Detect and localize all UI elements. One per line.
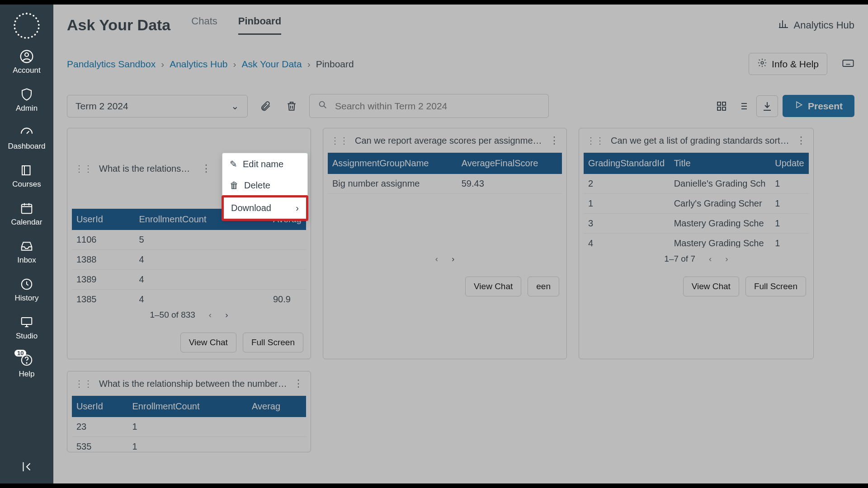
svg-point-1 (25, 53, 28, 56)
view-chat-button[interactable]: View Chat (180, 333, 236, 352)
pager-prev[interactable]: ‹ (209, 310, 212, 320)
full-screen-button[interactable]: Full Screen (745, 277, 806, 296)
tab-chats[interactable]: Chats (191, 15, 217, 35)
ctx-delete[interactable]: 🗑 Delete (222, 175, 307, 196)
keyboard-icon[interactable] (842, 57, 854, 71)
search-input[interactable] (334, 100, 540, 112)
table-row: 1Carly's Grading Scher1 (584, 194, 809, 214)
nav-label: Inbox (17, 256, 36, 265)
nav-courses[interactable]: Courses (12, 163, 41, 189)
svg-rect-10 (717, 102, 721, 105)
download-all-button[interactable] (756, 95, 778, 117)
breadcrumb: Pandalytics Sandbox› Analytics Hub› Ask … (67, 59, 354, 70)
svg-point-7 (761, 61, 764, 64)
drag-handle-icon[interactable]: ⋮⋮ (75, 163, 93, 174)
header: Ask Your Data Chats Pinboard Analytics H… (53, 5, 868, 35)
info-help-button[interactable]: Info & Help (749, 53, 827, 75)
view-chat-button[interactable]: View Chat (683, 277, 739, 296)
table-row: 5351 (72, 437, 306, 453)
table-row: 231 (72, 417, 306, 437)
crumb-sandbox[interactable]: Pandalytics Sandbox (67, 59, 156, 70)
nav-label: History (15, 294, 39, 303)
card-menu-button[interactable]: ⋮ (201, 163, 211, 174)
ctx-download[interactable]: Download › (222, 195, 308, 221)
shield-icon (19, 87, 34, 102)
pager-next[interactable]: › (725, 254, 728, 264)
delete-button[interactable] (283, 98, 300, 115)
pin-card: ⋮⋮ Can we get a list of grading standard… (579, 128, 814, 359)
gear-icon (757, 58, 767, 70)
pager-next[interactable]: › (225, 310, 228, 320)
card-table: GradingStandardId Title Update 2Danielle… (584, 153, 809, 248)
card-table: UserId EnrollmentCount Averag 231 5351 (72, 396, 306, 452)
nav-dashboard[interactable]: Dashboard (8, 125, 45, 151)
user-icon (19, 49, 34, 64)
full-screen-button[interactable]: Full Screen (243, 333, 303, 352)
drag-handle-icon[interactable]: ⋮⋮ (330, 135, 349, 146)
card-context-menu: ✎ Edit name 🗑 Delete Download › (222, 153, 308, 221)
card-title: Can we report average scores per assignm… (355, 136, 543, 146)
card-menu-button[interactable]: ⋮ (549, 135, 559, 146)
chevron-right-icon: › (296, 203, 299, 213)
pager-prev[interactable]: ‹ (435, 254, 438, 264)
card-menu-button[interactable]: ⋮ (796, 135, 806, 146)
pin-card: ⋮⋮ What is the relationship between the … (67, 128, 311, 359)
monitor-icon (19, 314, 34, 330)
toolbar: Term 2 2024 ⌄ Present (53, 84, 868, 128)
nav-account[interactable]: Account (13, 49, 40, 75)
search-box[interactable] (309, 94, 549, 118)
table-row: 11065 (72, 230, 306, 250)
nav-history[interactable]: History (15, 277, 39, 303)
app-title: Ask Your Data (67, 16, 170, 34)
ctx-edit-name[interactable]: ✎ Edit name (222, 153, 307, 175)
nav-studio[interactable]: Studio (16, 314, 38, 341)
pager-next[interactable]: › (452, 254, 454, 264)
list-view-button[interactable] (735, 98, 752, 115)
bar-chart-icon (778, 19, 789, 32)
table-row: 3Mastery Grading Sche1 (584, 214, 809, 234)
grid-view-button[interactable] (713, 98, 730, 115)
pin-card: ⋮⋮ What is the relationship between the … (67, 371, 311, 452)
card-menu-button[interactable]: ⋮ (293, 378, 303, 389)
table-row: 13884 (72, 250, 306, 270)
chevron-down-icon: ⌄ (231, 101, 239, 112)
pager-text: 1–7 of 7 (664, 254, 695, 264)
trash-icon: 🗑 (230, 180, 239, 191)
play-icon (794, 100, 803, 112)
calendar-icon (19, 201, 34, 216)
attach-button[interactable] (257, 98, 274, 115)
nav-inbox[interactable]: Inbox (17, 239, 36, 265)
crumb-analytics[interactable]: Analytics Hub (170, 59, 227, 70)
analytics-hub-link[interactable]: Analytics Hub (778, 19, 854, 32)
card-title: What is the relationship between the num… (99, 164, 195, 174)
pin-card: ⋮⋮ Can we report average scores per assi… (323, 128, 567, 359)
nav-label: Studio (16, 332, 38, 341)
crumb-current: Pinboard (316, 59, 354, 70)
full-screen-button[interactable]: een (528, 277, 559, 296)
pager-prev[interactable]: ‹ (709, 254, 712, 264)
canvas-logo-icon (14, 13, 40, 39)
drag-handle-icon[interactable]: ⋮⋮ (75, 378, 93, 389)
card-table: AssignmentGroupName AverageFinalScore Bi… (328, 153, 562, 194)
svg-point-6 (26, 363, 27, 364)
term-select[interactable]: Term 2 2024 ⌄ (67, 95, 248, 117)
card-table: UserId EnrollmentCount Averag 11065 1388… (72, 209, 306, 304)
view-chat-button[interactable]: View Chat (465, 277, 521, 296)
svg-rect-12 (717, 107, 721, 110)
collapse-nav-button[interactable] (19, 459, 34, 474)
term-label: Term 2 2024 (75, 101, 128, 112)
drag-handle-icon[interactable]: ⋮⋮ (586, 135, 604, 146)
card-title: What is the relationship between the num… (99, 379, 287, 389)
nav-help[interactable]: 10 Help (19, 352, 35, 379)
nav-admin[interactable]: Admin (16, 87, 38, 113)
nav-label: Courses (12, 180, 41, 189)
crumb-askdata[interactable]: Ask Your Data (242, 59, 302, 70)
nav-label: Calendar (11, 218, 42, 227)
gauge-icon (19, 125, 34, 140)
table-row: 4Mastery Grading Sche1 (584, 234, 809, 248)
table-row: 2Danielle's Grading Sch1 (584, 174, 809, 194)
table-row: Big number assignme59.43 (328, 174, 562, 194)
nav-calendar[interactable]: Calendar (11, 201, 42, 227)
present-button[interactable]: Present (783, 95, 854, 117)
tab-pinboard[interactable]: Pinboard (238, 15, 281, 35)
